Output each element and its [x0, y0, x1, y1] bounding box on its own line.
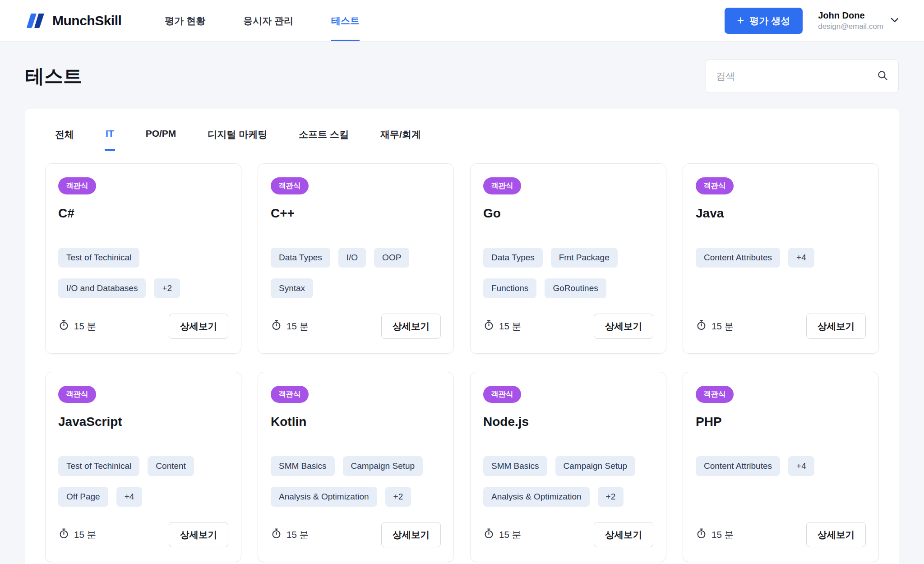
duration-label: 15 분: [499, 320, 521, 333]
category-tabs: 전체 IT PO/PM 디지털 마케팅 소프트 스킬 재무/회계: [25, 109, 899, 151]
view-details-button[interactable]: 상세보기: [169, 522, 228, 547]
test-title: Node.js: [483, 415, 653, 429]
timer-icon: [58, 528, 69, 541]
topic-tags: Content Attributes+4: [696, 248, 866, 268]
timer-icon: [271, 528, 282, 541]
card-footer: 15 분 상세보기: [271, 298, 441, 339]
page-head: 테스트: [0, 60, 924, 93]
duration: 15 분: [483, 528, 521, 541]
view-details-button[interactable]: 상세보기: [594, 522, 653, 547]
test-panel: 전체 IT PO/PM 디지털 마케팅 소프트 스킬 재무/회계 객관식 C# …: [25, 109, 899, 564]
card-grid: 객관식 C# Test of TechinicalI/O and Databas…: [25, 151, 899, 564]
duration: 15 분: [696, 528, 734, 541]
duration: 15 분: [58, 528, 96, 541]
chevron-down-icon: [891, 17, 899, 25]
view-details-button[interactable]: 상세보기: [381, 522, 441, 547]
topic-tag: Content: [148, 456, 194, 476]
topic-tag: Campaign Setup: [555, 456, 636, 476]
duration: 15 분: [271, 528, 309, 541]
card-footer: 15 분 상세보기: [58, 507, 228, 547]
nav-item[interactable]: 응시자 관리: [243, 0, 293, 41]
view-details-button[interactable]: 상세보기: [169, 314, 228, 339]
topic-tag: Content Attributes: [696, 456, 780, 476]
topic-tags: Data TypesI/OOOPSyntax: [271, 248, 441, 298]
user-menu[interactable]: John Done design@email.com: [818, 10, 899, 31]
timer-icon: [483, 319, 494, 333]
topic-tag: Analysis & Optimization: [271, 487, 377, 507]
question-type-badge: 객관식: [58, 177, 96, 194]
category-tab[interactable]: IT: [105, 116, 115, 151]
duration-label: 15 분: [711, 320, 734, 333]
app-header: MunchSkill 평가 현황 응시자 관리 테스트 + 평가 생성 John…: [0, 0, 924, 42]
topic-tags: Data TypesFmt PackageFunctionsGoRoutines: [483, 248, 653, 298]
test-card: 객관식 C++ Data TypesI/OOOPSyntax 15 분 상세보기: [258, 163, 454, 354]
topic-tags: Test of TechinicalI/O and Databases+2: [58, 248, 228, 298]
question-type-badge: 객관식: [271, 177, 309, 194]
category-tab[interactable]: 재무/회계: [379, 116, 422, 151]
question-type-badge: 객관식: [696, 386, 734, 403]
brand-name: MunchSkill: [52, 13, 121, 28]
search-box: [706, 60, 899, 93]
timer-icon: [696, 319, 707, 333]
create-assessment-button[interactable]: + 평가 생성: [725, 8, 803, 34]
view-details-button[interactable]: 상세보기: [594, 314, 653, 339]
timer-icon: [483, 528, 494, 541]
nav-item[interactable]: 평가 현황: [165, 0, 205, 41]
topic-tag: I/O and Databases: [58, 278, 146, 298]
question-type-badge: 객관식: [696, 177, 734, 194]
question-type-badge: 객관식: [58, 386, 96, 403]
topic-tag: OOP: [374, 248, 409, 268]
topic-tag: Data Types: [483, 248, 543, 268]
card-footer: 15 분 상세보기: [58, 298, 228, 339]
question-type-badge: 객관식: [483, 177, 521, 194]
card-footer: 15 분 상세보기: [696, 507, 866, 547]
test-card: 객관식 Go Data TypesFmt PackageFunctionsGoR…: [470, 163, 666, 354]
test-card: 객관식 Java Content Attributes+4 15 분 상세보기: [683, 163, 879, 354]
view-details-button[interactable]: 상세보기: [806, 314, 866, 339]
tab-label: IT: [106, 128, 114, 139]
topic-tag: +4: [116, 487, 143, 507]
tab-label: 전체: [55, 129, 74, 139]
duration: 15 분: [58, 319, 96, 333]
topic-tag: +2: [385, 487, 411, 507]
tab-label: 디지털 마케팅: [208, 129, 267, 139]
question-type-badge: 객관식: [271, 386, 309, 403]
test-title: JavaScript: [58, 415, 228, 429]
tab-label: 재무/회계: [380, 129, 421, 139]
card-footer: 15 분 상세보기: [696, 298, 866, 339]
category-tab[interactable]: 소프트 스킬: [298, 116, 350, 151]
category-tab[interactable]: PO/PM: [145, 116, 177, 151]
category-tab[interactable]: 전체: [54, 116, 75, 151]
nav-item[interactable]: 테스트: [331, 0, 360, 41]
test-card: 객관식 PHP Content Attributes+4 15 분 상세보기: [683, 372, 879, 562]
search-input[interactable]: [716, 71, 871, 82]
topic-tag: I/O: [338, 248, 366, 268]
topic-tag: Analysis & Optimization: [483, 487, 590, 507]
search-icon[interactable]: [877, 69, 888, 83]
card-footer: 15 분 상세보기: [483, 507, 653, 547]
duration-label: 15 분: [499, 528, 521, 541]
question-type-badge: 객관식: [483, 386, 521, 403]
plus-icon: +: [737, 14, 744, 27]
user-email: design@email.com: [818, 22, 883, 31]
duration-label: 15 분: [711, 528, 734, 541]
topic-tag: Functions: [483, 278, 536, 298]
duration-label: 15 분: [286, 320, 309, 333]
brand-logo[interactable]: MunchSkill: [25, 13, 121, 29]
user-name: John Done: [818, 10, 883, 21]
duration-label: 15 분: [74, 528, 96, 541]
topic-tags: SMM BasicsCampaign SetupAnalysis & Optim…: [271, 456, 441, 507]
view-details-button[interactable]: 상세보기: [381, 314, 441, 339]
topic-tag: +2: [598, 487, 624, 507]
duration: 15 분: [696, 319, 734, 333]
topic-tag: Campaign Setup: [343, 456, 423, 476]
duration: 15 분: [271, 319, 309, 333]
topic-tags: Content Attributes+4: [696, 456, 866, 476]
test-card: 객관식 JavaScript Test of TechinicalContent…: [45, 372, 241, 562]
nav-item-label: 응시자 관리: [243, 14, 293, 27]
main-nav: 평가 현황 응시자 관리 테스트: [165, 0, 360, 41]
test-title: PHP: [696, 415, 866, 429]
topic-tag: Data Types: [271, 248, 330, 268]
category-tab[interactable]: 디지털 마케팅: [207, 116, 268, 151]
view-details-button[interactable]: 상세보기: [806, 522, 866, 547]
